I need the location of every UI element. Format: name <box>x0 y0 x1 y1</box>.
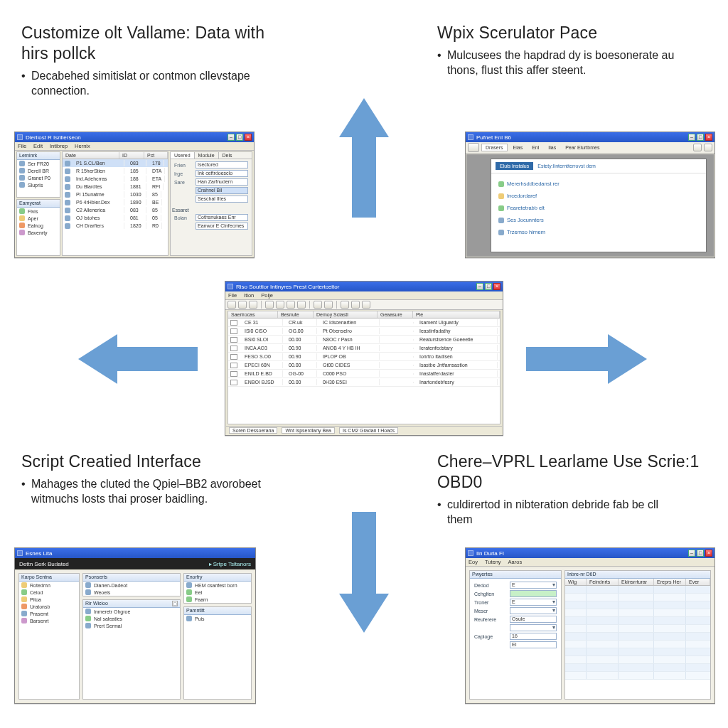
text-input[interactable]: 16 <box>510 633 557 640</box>
toolbar-button[interactable] <box>362 301 370 309</box>
tab[interactable]: Iias <box>545 144 560 151</box>
property-value[interactable]: Cothsnukaes Enr <box>196 214 248 221</box>
property-value[interactable]: Han Zarfnudern <box>196 178 248 186</box>
content-link[interactable]: Mererhsddbedanst rer <box>498 178 699 190</box>
toolbar-button[interactable] <box>287 301 295 309</box>
grid-row[interactable] <box>565 609 710 617</box>
toolbar-button[interactable] <box>276 301 284 309</box>
nav-item[interactable]: Faarn <box>184 596 251 603</box>
checkbox[interactable] <box>230 354 237 360</box>
grid-row[interactable] <box>565 633 710 641</box>
tree-item[interactable]: Derell BR <box>17 167 60 174</box>
nav-item[interactable]: HEM csanfest born <box>184 582 251 589</box>
table-row[interactable]: ISI0 ClSOOG.00Pt ObenselroIeastinfadathy <box>228 327 500 336</box>
collapse-icon[interactable]: □ <box>172 601 178 606</box>
tree-item[interactable]: Ealnog <box>17 222 60 229</box>
list-row[interactable]: Ind.Adehcrras188ETA <box>63 175 168 183</box>
nav-item[interactable]: Rotedrnn <box>19 582 79 589</box>
tree-item[interactable]: Aper <box>17 215 60 222</box>
toolbar-button[interactable] <box>297 301 306 309</box>
grid-row[interactable] <box>565 586 710 594</box>
nav-item[interactable]: Prert Sermal <box>83 622 180 629</box>
grid-row[interactable] <box>565 601 710 609</box>
nav-item[interactable]: Barsenrt <box>19 617 79 624</box>
nav-item[interactable]: Celod <box>19 589 79 596</box>
text-input[interactable]: EI <box>510 641 557 648</box>
nav-item[interactable]: Dianen-Dadeot <box>83 582 180 589</box>
maximize-button[interactable]: □ <box>485 283 492 290</box>
property-value[interactable]: Seschal IItes <box>196 196 248 203</box>
grid-row[interactable] <box>565 664 710 672</box>
property-value[interactable]: Isectored <box>196 161 248 168</box>
checkbox[interactable] <box>230 320 237 326</box>
tab[interactable]: Module <box>195 152 219 159</box>
close-button[interactable]: × <box>705 134 712 141</box>
table-row[interactable]: INCA AO300.90ANOB 4 Y HB IHIeratenfedsta… <box>228 344 500 353</box>
checkbox[interactable] <box>230 346 237 351</box>
maximize-button[interactable]: □ <box>697 550 704 557</box>
menu-item[interactable]: Tuteny <box>485 559 501 565</box>
nav-item[interactable]: Eel <box>184 589 251 596</box>
table-row[interactable]: FESO S.O000.90IPLOP OBIonrtro Itadlsen <box>228 353 500 361</box>
toolbar-button[interactable] <box>238 301 247 309</box>
toolbar-button[interactable] <box>314 301 322 309</box>
nav-item[interactable]: Pitoa <box>19 596 79 603</box>
property-value[interactable]: Ink ceftrdoesclo <box>196 170 248 177</box>
tab[interactable]: Eias <box>510 144 527 151</box>
toolbar-button[interactable] <box>341 301 349 309</box>
nav-item[interactable]: Puis <box>184 615 251 622</box>
checkbox[interactable] <box>230 328 237 334</box>
tree-item[interactable]: Ser FR20 <box>17 160 60 167</box>
grid-row[interactable] <box>565 648 710 656</box>
menu-item[interactable]: Edit <box>33 143 43 149</box>
toolbar-button[interactable] <box>228 301 236 309</box>
tab[interactable]: Dels <box>219 152 236 159</box>
minimize-button[interactable]: – <box>688 550 695 557</box>
close-button[interactable]: × <box>493 283 500 290</box>
tree-item[interactable]: Bavenrty <box>17 229 60 236</box>
grid-row[interactable] <box>565 617 710 625</box>
minimize-button[interactable]: – <box>228 134 235 141</box>
nav-item[interactable]: Weoels <box>83 589 180 596</box>
maximize-button[interactable]: □ <box>236 134 243 141</box>
toolbar-button[interactable] <box>468 143 479 152</box>
content-link[interactable]: Incedordaref <box>498 190 699 202</box>
banner-link[interactable]: ▸ Srtpe Tsitanors <box>209 561 251 567</box>
grid-row[interactable] <box>565 641 710 648</box>
list-row[interactable]: Du Blardtes1881RFI <box>63 183 168 191</box>
toolbar-button[interactable] <box>324 301 333 309</box>
tree-item[interactable]: Flvis <box>17 208 60 215</box>
table-row[interactable]: EPECI 60N00.00Gt00 CIDESIsastbe Jntfamsa… <box>228 361 500 370</box>
menu-item[interactable]: File <box>228 292 237 299</box>
checkbox[interactable] <box>230 371 237 377</box>
minimize-button[interactable]: – <box>476 283 483 290</box>
tree-item[interactable]: Granet P0 <box>17 174 60 181</box>
content-link[interactable]: Ses Jocunnters <box>498 214 699 226</box>
grid-row[interactable] <box>565 672 710 680</box>
list-row[interactable]: OJ Istohes08105 <box>63 214 168 222</box>
menu-item[interactable]: Polje <box>261 292 273 299</box>
checkbox[interactable] <box>230 363 237 368</box>
dropdown[interactable] <box>510 607 557 614</box>
menu-item[interactable]: Intibrep <box>50 143 68 149</box>
text-input[interactable]: Osule <box>510 616 557 623</box>
list-row[interactable]: PI 15unatme103085 <box>63 191 168 198</box>
tab[interactable]: Drasers <box>481 144 508 151</box>
checkbox[interactable] <box>230 337 237 343</box>
grid-row[interactable] <box>565 625 710 633</box>
nav-item[interactable]: Nal saleaties <box>83 615 180 622</box>
toolbar-button[interactable] <box>693 144 702 151</box>
menu-item[interactable]: Aaros <box>508 559 523 565</box>
menu-item[interactable]: Eoy <box>469 559 478 565</box>
list-row[interactable]: P6 4rHbier.Dex1890BE <box>63 198 168 206</box>
property-value[interactable]: Crahnel Bil <box>196 187 248 194</box>
dropdown[interactable]: E <box>510 582 557 589</box>
list-row[interactable]: P1 S.CL/Ben083178 <box>63 159 168 167</box>
property-value[interactable]: Eanwor E Clnfecmes <box>196 223 248 230</box>
toolbar-button[interactable] <box>265 301 274 309</box>
nav-item[interactable]: Inmeretr Ohgroe <box>83 608 180 615</box>
list-row[interactable]: C2 Allenerica08385 <box>63 206 168 214</box>
nav-item[interactable]: Uratonsb <box>19 603 79 610</box>
table-row[interactable]: BSI0 SLOI00.00N8OC r PasnReaturstsence G… <box>228 336 500 344</box>
tab[interactable]: Pear Elurtbmes <box>562 144 603 151</box>
